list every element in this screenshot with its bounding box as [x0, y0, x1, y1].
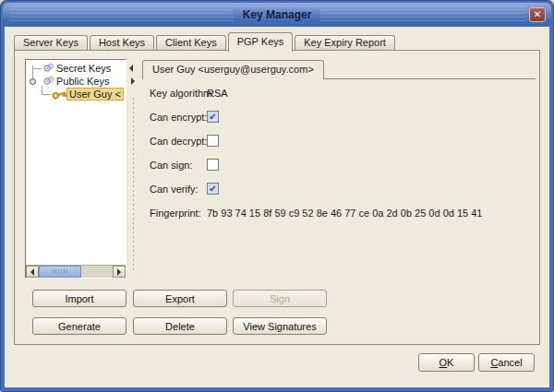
- key-detail-tab[interactable]: User Guy <userguy@userguy.com>: [142, 60, 324, 79]
- ok-button-mnemonic: O: [440, 357, 448, 368]
- tree-connector-line: [32, 68, 42, 69]
- tree-item-public-keys[interactable]: ⚙⚙ Public Keys: [42, 75, 109, 88]
- pgp-keys-tabpage: ⚙⚙ Secret Keys ⚙⚙ Public Keys: [14, 50, 540, 345]
- close-icon[interactable]: ✕: [529, 7, 546, 22]
- view-signatures-button[interactable]: View Signatures: [233, 317, 327, 335]
- scrollbar-thumb[interactable]: [39, 266, 81, 278]
- key-tree: ⚙⚙ Secret Keys ⚙⚙ Public Keys: [26, 60, 126, 265]
- cancel-button-label: ancel: [498, 357, 522, 368]
- tab-host-keys[interactable]: Host Keys: [90, 35, 154, 50]
- tree-item-label: Public Keys: [56, 76, 109, 87]
- tab-bar: Server Keys Host Keys Client Keys PGP Ke…: [14, 32, 395, 52]
- can-sign-checkbox[interactable]: [207, 159, 219, 171]
- export-button[interactable]: Export: [133, 290, 227, 307]
- window-title: Key Manager: [234, 8, 321, 21]
- window-frame: Key Manager ✕ Server Keys Host Keys Clie…: [0, 0, 554, 392]
- scroll-right-arrow-icon[interactable]: [113, 266, 126, 278]
- ok-button[interactable]: OK: [418, 353, 475, 372]
- tab-key-expiry-report[interactable]: Key Expiry Report: [295, 35, 395, 50]
- can-decrypt-label: Can decrypt:: [150, 136, 207, 147]
- can-decrypt-checkbox[interactable]: [207, 135, 219, 147]
- dialog-content: Server Keys Host Keys Client Keys PGP Ke…: [5, 27, 549, 387]
- key-manager-window: Key Manager ✕ Server Keys Host Keys Clie…: [0, 0, 554, 392]
- tree-expander-icon[interactable]: [30, 78, 36, 85]
- can-verify-label: Can verify:: [150, 184, 199, 195]
- can-encrypt-label: Can encrypt:: [150, 112, 207, 123]
- key-algorithm-label: Key algorithm:: [150, 88, 214, 99]
- tab-server-keys[interactable]: Server Keys: [14, 35, 88, 50]
- tree-item-user-guy[interactable]: User Guy <: [52, 88, 124, 101]
- splitter-collapse-left-icon[interactable]: [129, 65, 133, 72]
- ok-button-label: K: [447, 357, 453, 368]
- tree-horizontal-scrollbar[interactable]: [26, 265, 126, 278]
- selected-tree-item-label: User Guy <: [66, 88, 124, 101]
- can-sign-label: Can sign:: [150, 160, 192, 171]
- delete-button[interactable]: Delete: [133, 317, 227, 335]
- cancel-button[interactable]: Cancel: [478, 353, 535, 372]
- gears-icon: ⚙⚙: [42, 76, 56, 88]
- key-tree-panel: ⚙⚙ Secret Keys ⚙⚙ Public Keys: [25, 59, 126, 279]
- key-icon: [51, 87, 68, 101]
- tree-item-label: Secret Keys: [56, 63, 111, 74]
- tab-client-keys[interactable]: Client Keys: [156, 35, 226, 50]
- scroll-left-arrow-icon[interactable]: [26, 266, 39, 278]
- fingerprint-label: Fingerprint:: [150, 208, 201, 219]
- titlebar[interactable]: Key Manager ✕: [3, 3, 551, 26]
- tab-pgp-keys[interactable]: PGP Keys: [228, 32, 294, 52]
- splitter-handle[interactable]: [129, 59, 138, 279]
- can-encrypt-checkbox[interactable]: ✔: [207, 111, 219, 123]
- fingerprint-value: 7b 93 74 15 8f 59 c9 52 8e 46 77 ce 0a 2…: [207, 208, 482, 219]
- cancel-button-mnemonic: C: [490, 357, 498, 368]
- key-algorithm-value: RSA: [207, 88, 228, 99]
- splitter-collapse-right-icon[interactable]: [131, 77, 135, 85]
- import-button[interactable]: Import: [32, 290, 126, 307]
- can-verify-checkbox[interactable]: ✔: [207, 183, 219, 195]
- tree-connector-line: [42, 94, 51, 95]
- sign-button: Sign: [233, 290, 327, 307]
- generate-button[interactable]: Generate: [32, 317, 126, 335]
